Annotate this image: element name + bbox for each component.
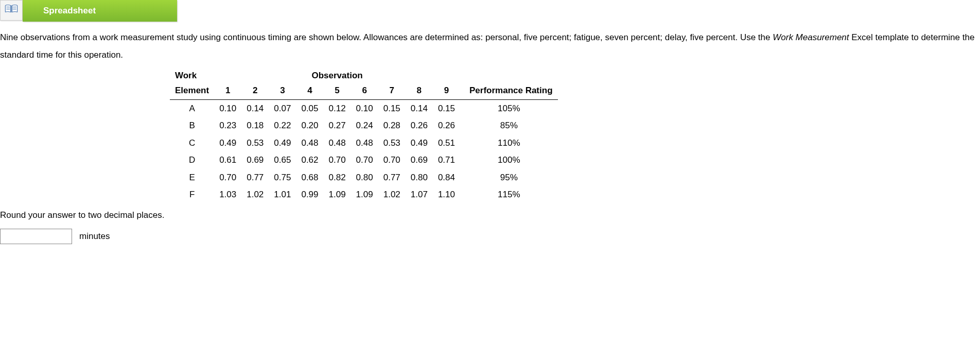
data-table-wrap: Work Observation Element 1 2 3 4 5 6 7 8…: [0, 67, 980, 203]
observation-cell: 0.82: [324, 169, 351, 186]
element-cell: B: [170, 117, 214, 134]
observation-cell: 0.62: [296, 151, 323, 169]
observation-cell: 0.26: [406, 117, 433, 134]
performance-rating-header: Performance Rating: [460, 82, 558, 99]
obs-col-1: 1: [214, 82, 241, 99]
table-row: F1.031.021.010.991.091.091.021.071.10115…: [170, 186, 558, 203]
element-header: Element: [170, 82, 214, 99]
problem-text-part1: Nine observations from a work measuremen…: [0, 32, 773, 42]
observation-cell: 0.69: [241, 151, 269, 169]
table-row: D0.610.690.650.620.700.700.700.690.71100…: [170, 151, 558, 169]
table-row: E0.700.770.750.680.820.800.770.800.8495%: [170, 169, 558, 186]
element-cell: D: [170, 151, 214, 169]
observation-cell: 1.07: [406, 186, 433, 203]
obs-col-5: 5: [324, 82, 351, 99]
observation-cell: 1.01: [269, 186, 296, 203]
problem-text-emph: Work Measurement: [773, 32, 849, 42]
answer-unit: minutes: [79, 230, 110, 243]
observation-cell: 0.49: [269, 134, 296, 152]
observation-cell: 0.15: [433, 99, 460, 117]
work-header: Work: [170, 67, 214, 82]
observation-cell: 0.28: [378, 117, 406, 134]
observation-cell: 0.69: [406, 151, 433, 169]
performance-rating-cell: 115%: [460, 186, 558, 203]
observation-cell: 0.71: [433, 151, 460, 169]
observation-cell: 1.10: [433, 186, 460, 203]
spreadsheet-tab-label: Spreadsheet: [43, 4, 96, 18]
observation-cell: 0.14: [406, 99, 433, 117]
table-header-group: Work Observation: [170, 67, 558, 82]
observation-cell: 0.05: [296, 99, 323, 117]
ebook-icon-button[interactable]: [0, 0, 23, 21]
observation-cell: 0.77: [378, 169, 406, 186]
observation-cell: 0.99: [296, 186, 323, 203]
observation-cell: 0.70: [324, 151, 351, 169]
performance-rating-cell: 85%: [460, 117, 558, 134]
observation-cell: 0.23: [214, 117, 241, 134]
performance-rating-cell: 95%: [460, 169, 558, 186]
header-bar: Spreadsheet: [0, 0, 980, 22]
table-row: A0.100.140.070.050.120.100.150.140.15105…: [170, 99, 558, 117]
obs-col-8: 8: [406, 82, 433, 99]
observation-cell: 0.48: [296, 134, 323, 152]
element-cell: E: [170, 169, 214, 186]
observation-cell: 0.27: [324, 117, 351, 134]
observation-cell: 0.61: [214, 151, 241, 169]
observation-cell: 0.12: [324, 99, 351, 117]
obs-col-9: 9: [433, 82, 460, 99]
observation-cell: 0.70: [378, 151, 406, 169]
observation-cell: 0.48: [324, 134, 351, 152]
observation-cell: 0.10: [214, 99, 241, 117]
observation-cell: 0.84: [433, 169, 460, 186]
observation-cell: 1.09: [324, 186, 351, 203]
observation-cell: 0.70: [351, 151, 378, 169]
obs-col-7: 7: [378, 82, 406, 99]
element-cell: A: [170, 99, 214, 117]
table-row: C0.490.530.490.480.480.480.530.490.51110…: [170, 134, 558, 152]
observation-cell: 0.49: [406, 134, 433, 152]
observation-cell: 0.53: [378, 134, 406, 152]
observation-cell: 0.68: [296, 169, 323, 186]
observation-cell: 0.65: [269, 151, 296, 169]
table-row: B0.230.180.220.200.270.240.280.260.2685%: [170, 117, 558, 134]
observation-cell: 1.03: [214, 186, 241, 203]
observation-cell: 0.75: [269, 169, 296, 186]
observation-cell: 0.24: [351, 117, 378, 134]
observation-cell: 0.70: [214, 169, 241, 186]
observation-cell: 1.09: [351, 186, 378, 203]
problem-statement: Nine observations from a work measuremen…: [0, 29, 980, 64]
table-column-headers: Element 1 2 3 4 5 6 7 8 9 Performance Ra…: [170, 82, 558, 99]
obs-col-6: 6: [351, 82, 378, 99]
observation-table: Work Observation Element 1 2 3 4 5 6 7 8…: [170, 67, 558, 203]
obs-col-4: 4: [296, 82, 323, 99]
observation-cell: 0.20: [296, 117, 323, 134]
answer-input[interactable]: [0, 229, 72, 244]
observation-cell: 1.02: [378, 186, 406, 203]
observation-header: Observation: [296, 67, 378, 82]
observation-cell: 0.15: [378, 99, 406, 117]
observation-cell: 0.51: [433, 134, 460, 152]
performance-rating-cell: 105%: [460, 99, 558, 117]
performance-rating-cell: 110%: [460, 134, 558, 152]
observation-cell: 0.80: [406, 169, 433, 186]
element-cell: F: [170, 186, 214, 203]
performance-rating-cell: 100%: [460, 151, 558, 169]
book-icon: [5, 4, 18, 18]
observation-cell: 0.18: [241, 117, 269, 134]
observation-cell: 0.77: [241, 169, 269, 186]
observation-cell: 0.10: [351, 99, 378, 117]
observation-cell: 1.02: [241, 186, 269, 203]
observation-cell: 0.22: [269, 117, 296, 134]
observation-cell: 0.53: [241, 134, 269, 152]
element-cell: C: [170, 134, 214, 152]
observation-cell: 0.80: [351, 169, 378, 186]
spreadsheet-tab[interactable]: Spreadsheet: [23, 0, 177, 22]
observation-cell: 0.07: [269, 99, 296, 117]
obs-col-2: 2: [241, 82, 269, 99]
obs-col-3: 3: [269, 82, 296, 99]
observation-cell: 0.49: [214, 134, 241, 152]
observation-cell: 0.14: [241, 99, 269, 117]
observation-cell: 0.48: [351, 134, 378, 152]
rounding-instruction: Round your answer to two decimal places.: [0, 209, 980, 222]
answer-row: minutes: [0, 229, 980, 244]
